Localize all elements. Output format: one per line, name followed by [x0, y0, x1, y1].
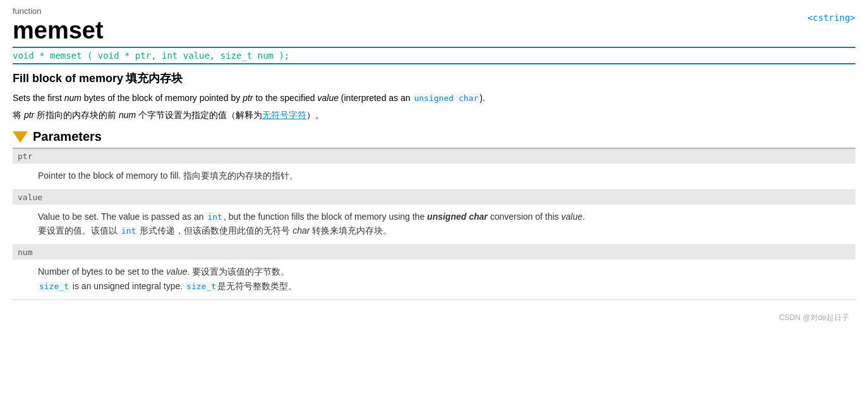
desc-zh-mid2: 个字节设置为指定的值（解释为 — [136, 110, 262, 120]
value-zh-int: int — [120, 226, 137, 236]
num-zh-text: 要设置为该值的字节数。 — [192, 266, 289, 277]
param-name-num: num — [13, 245, 855, 260]
num-size-t-en-end: is an unsigned integral type. — [70, 281, 185, 291]
table-row: value — [13, 189, 855, 205]
num-desc-before: Number of bytes to be set to the — [38, 266, 166, 277]
num-value: value — [166, 266, 187, 277]
desc-en-mid3: (interpreted as an — [339, 93, 413, 103]
num-desc-end: . — [188, 266, 190, 277]
desc-en-value: value — [317, 93, 338, 103]
param-name-ptr: ptr — [13, 149, 855, 164]
value-int: int — [206, 212, 223, 222]
param-desc-ptr: Pointer to the block of memory to fill. … — [13, 164, 855, 189]
desc-en-unsigned: unsigned char — [413, 93, 479, 103]
value-desc-mid: , but the function fills the block of me… — [224, 212, 427, 222]
fill-title-en: Fill block of memory — [13, 72, 123, 85]
desc-en-ptr: ptr — [243, 93, 253, 103]
footer: CSDN @对de起日子 — [13, 313, 855, 323]
parameters-table: ptr Pointer to the block of memory to fi… — [13, 148, 855, 300]
table-row: ptr — [13, 149, 855, 164]
value-desc-before: Value to be set. The value is passed as … — [38, 212, 206, 222]
desc-zh-num: num — [119, 110, 136, 120]
num-size-t-zh: size_t — [185, 282, 217, 291]
desc-en-mid2: to the specified — [253, 93, 318, 103]
table-row: Number of bytes to be set to the value. … — [13, 260, 855, 300]
value-zh-before: 要设置的值。该值以 — [38, 225, 120, 236]
cstring-link[interactable]: <cstring> — [807, 13, 855, 23]
table-row: num — [13, 245, 855, 260]
table-row: Pointer to the block of memory to fill. … — [13, 164, 855, 189]
param-desc-num: Number of bytes to be set to the value. … — [13, 260, 855, 300]
header-row: function memset <cstring> — [13, 6, 855, 47]
value-zh-end: 转换来填充内存块。 — [310, 225, 392, 236]
num-size-t-en: size_t — [38, 282, 70, 291]
description-title: Fill block of memory 填充内存块 — [13, 71, 855, 86]
value-desc-end: . — [582, 212, 585, 222]
desc-zh-link[interactable]: 无符号字符 — [262, 110, 306, 120]
parameters-icon — [13, 131, 28, 143]
table-row: Value to be set. The value is passed as … — [13, 205, 855, 245]
desc-en-mid1: bytes of the block of memory pointed by — [81, 93, 243, 103]
signature-line: void * memset ( void * ptr, int value, s… — [13, 47, 855, 64]
value-zh-char: char — [292, 225, 310, 236]
parameters-title: Parameters — [33, 129, 102, 144]
parameters-header: Parameters — [13, 129, 855, 148]
description-zh: 将 ptr 所指向的内存块的前 num 个字节设置为指定的值（解释为无符号字符）… — [13, 108, 855, 122]
function-header: function memset — [13, 6, 104, 47]
desc-zh-mid1: 所指向的内存块的前 — [34, 110, 119, 120]
page-wrapper: function memset <cstring> void * memset … — [13, 6, 855, 323]
footer-credit: CSDN @对de起日子 — [779, 313, 849, 322]
fill-title-zh: 填充内存块 — [126, 72, 183, 85]
value-unsigned-char: unsigned char — [427, 212, 488, 222]
desc-zh-before: 将 — [13, 110, 24, 120]
value-zh-mid: 形式传递，但该函数使用此值的无符号 — [137, 225, 292, 236]
desc-en-num: num — [64, 93, 81, 103]
desc-en-sets: Sets the first — [13, 93, 64, 103]
function-name: memset — [13, 17, 104, 44]
description-en: Sets the first num bytes of the block of… — [13, 91, 855, 105]
param-name-value: value — [13, 189, 855, 205]
param-desc-value: Value to be set. The value is passed as … — [13, 205, 855, 245]
desc-zh-ptr: ptr — [24, 110, 34, 120]
function-label: function — [13, 6, 104, 16]
function-signature: void * memset ( void * ptr, int value, s… — [13, 51, 289, 61]
num-size-t-zh-end: 是无符号整数类型。 — [217, 281, 297, 291]
desc-en-end: ). — [479, 93, 485, 103]
value-desc-after: conversion of this — [488, 212, 562, 222]
desc-zh-end: ）。 — [306, 110, 324, 120]
value-value: value — [562, 212, 582, 222]
